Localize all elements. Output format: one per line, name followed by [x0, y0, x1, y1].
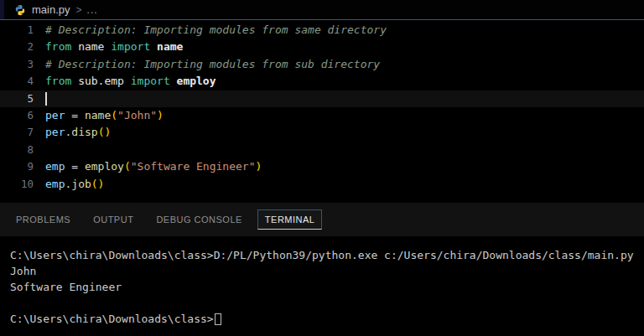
line-number: 1	[0, 22, 34, 39]
token-keyword: from	[45, 40, 71, 53]
terminal-blank-line	[10, 295, 644, 311]
breadcrumb: main.py > ...	[0, 0, 644, 20]
breadcrumb-chevron-icon: >	[76, 4, 82, 16]
code-line-10: 10 emp.job()	[0, 176, 644, 193]
line-number: 7	[0, 124, 34, 141]
token-variable: per	[45, 109, 65, 121]
token-keyword: import	[131, 75, 170, 87]
token-imported-name: employ	[170, 75, 216, 87]
code-line-5-current: 5	[0, 90, 644, 107]
line-number: 5	[0, 90, 34, 107]
tab-terminal[interactable]: TERMINAL	[257, 209, 323, 230]
code-line-8: 8	[0, 142, 644, 158]
token-method: job	[71, 178, 91, 190]
token-comment: # Description: Importing modules from su…	[45, 58, 380, 70]
token-module: name	[71, 40, 111, 53]
code-line-6: 6 per = name("John")	[0, 107, 644, 124]
code-line-7: 7 per.disp()	[0, 124, 644, 141]
token-variable: emp	[45, 178, 65, 190]
breadcrumb-ellipsis[interactable]: ...	[87, 4, 98, 16]
token-method: disp	[71, 126, 97, 138]
token-imported-name: name	[150, 40, 183, 53]
vscode-window: main.py > ... 1 # Description: Importing…	[0, 0, 644, 336]
line-number: 10	[0, 176, 34, 193]
code-line-2: 2 from name import name	[0, 39, 644, 55]
token-paren: )	[255, 160, 262, 173]
token-paren: )	[157, 109, 164, 121]
token-paren: ()	[91, 178, 105, 190]
code-line-4: 4 from sub.emp import employ	[0, 73, 644, 90]
token-operator: =	[65, 160, 84, 173]
token-module: sub.emp	[71, 75, 130, 87]
python-file-icon	[14, 4, 26, 16]
panel-tab-bar: PROBLEMS OUTPUT DEBUG CONSOLE TERMINAL	[0, 203, 644, 236]
token-variable: per	[45, 126, 65, 138]
terminal-output-line: Software Engineer	[10, 279, 644, 295]
token-string: "John"	[117, 109, 157, 121]
token-function: name	[85, 109, 111, 121]
terminal[interactable]: C:\Users\chira\Downloads\class>D:/PL/Pyt…	[0, 236, 644, 335]
terminal-output-line: John	[10, 263, 644, 279]
terminal-command-line: C:\Users\chira\Downloads\class>D:/PL/Pyt…	[10, 247, 644, 263]
token-operator: =	[65, 109, 84, 121]
line-number: 4	[0, 73, 34, 90]
code-line-1: 1 # Description: Importing modules from …	[0, 22, 644, 39]
token-paren: ()	[98, 126, 112, 138]
tab-output[interactable]: OUTPUT	[86, 209, 141, 230]
terminal-prompt: C:\Users\chira\Downloads\class>	[10, 313, 214, 325]
terminal-cursor	[215, 313, 221, 325]
code-line-3: 3 # Description: Importing modules from …	[0, 56, 644, 73]
code-editor[interactable]: 1 # Description: Importing modules from …	[0, 20, 644, 203]
token-variable: emp	[45, 160, 65, 173]
token-keyword: from	[45, 75, 71, 87]
token-function: employ	[85, 160, 124, 173]
line-number: 2	[0, 39, 34, 55]
tab-problems[interactable]: PROBLEMS	[8, 209, 78, 230]
line-number: 6	[0, 107, 34, 124]
terminal-prompt-line: C:\Users\chira\Downloads\class>	[10, 311, 644, 327]
token-string: "Software Engineer"	[131, 160, 256, 173]
line-number: 9	[0, 158, 34, 175]
token-keyword: import	[111, 40, 150, 53]
token-paren: (	[111, 109, 117, 121]
line-number: 3	[0, 56, 34, 73]
line-number: 8	[0, 142, 34, 158]
token-comment: # Description: Importing modules from sa…	[45, 23, 387, 36]
window-edge	[0, 0, 4, 19]
token-paren: (	[124, 160, 131, 173]
editor-cursor	[45, 92, 47, 106]
tab-debug-console[interactable]: DEBUG CONSOLE	[148, 209, 249, 230]
breadcrumb-file[interactable]: main.py	[32, 3, 70, 16]
code-line-9: 9 emp = employ("Software Engineer")	[0, 158, 644, 175]
